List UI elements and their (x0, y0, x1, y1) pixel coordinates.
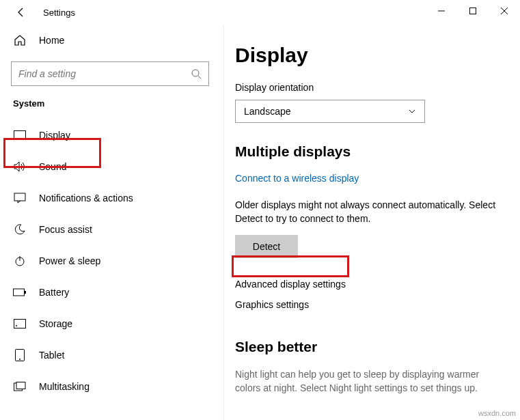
sidebar-item-label: Storage (39, 318, 72, 329)
svg-rect-1 (470, 8, 476, 14)
sidebar-item-label: Display (39, 130, 70, 141)
orientation-value: Landscape (244, 106, 291, 117)
svg-rect-6 (14, 193, 25, 201)
sidebar-item-label: Power & sleep (39, 255, 100, 266)
sound-icon (13, 160, 27, 173)
tablet-icon (13, 348, 27, 362)
sidebar-item-battery[interactable]: Battery (0, 277, 223, 308)
connect-wireless-link[interactable]: Connect to a wireless display (235, 173, 359, 184)
svg-point-12 (16, 325, 17, 326)
watermark: wsxdn.com (478, 409, 516, 417)
multitasking-icon (13, 380, 27, 393)
multiple-displays-heading: Multiple displays (235, 143, 500, 160)
svg-point-14 (19, 359, 20, 360)
svg-rect-11 (14, 320, 26, 328)
svg-rect-16 (16, 382, 25, 389)
home-nav[interactable]: Home (0, 25, 223, 56)
sidebar-item-multitasking[interactable]: Multitasking (0, 371, 223, 402)
sidebar-item-power-sleep[interactable]: Power & sleep (0, 245, 223, 277)
sidebar: Home System Display Sound (0, 25, 224, 420)
older-displays-text: Older displays might not always connect … (235, 199, 500, 225)
svg-rect-9 (14, 289, 25, 296)
storage-icon (13, 317, 27, 331)
notifications-icon (13, 191, 27, 205)
home-icon (13, 33, 27, 47)
sidebar-item-display[interactable]: Display (0, 120, 223, 151)
sidebar-item-label: Focus assist (39, 224, 92, 235)
power-icon (13, 254, 27, 268)
sidebar-item-label: Notifications & actions (39, 193, 133, 204)
maximize-button[interactable] (457, 0, 489, 22)
svg-rect-10 (25, 291, 26, 294)
sleep-better-text: Night light can help you get to sleep by… (235, 367, 500, 395)
sidebar-item-notifications[interactable]: Notifications & actions (0, 182, 223, 214)
sidebar-item-tablet[interactable]: Tablet (0, 339, 223, 371)
detect-button[interactable]: Detect (235, 235, 298, 258)
page-title: Display (235, 44, 500, 67)
search-input[interactable] (18, 68, 191, 79)
svg-point-2 (192, 70, 199, 76)
content-pane: Display Display orientation Landscape Mu… (224, 25, 520, 420)
minimize-button[interactable] (426, 0, 457, 22)
search-icon (191, 68, 202, 79)
home-label: Home (39, 35, 64, 46)
back-button[interactable] (13, 4, 29, 20)
orientation-label: Display orientation (235, 82, 500, 93)
sidebar-item-label: Sound (39, 161, 66, 172)
battery-icon (13, 285, 27, 299)
advanced-display-settings-link[interactable]: Advanced display settings (235, 279, 500, 290)
display-icon (13, 128, 27, 142)
sidebar-item-label: Battery (39, 287, 69, 298)
graphics-settings-link[interactable]: Graphics settings (235, 299, 500, 310)
sidebar-item-sound[interactable]: Sound (0, 151, 223, 182)
moon-icon (13, 223, 27, 236)
chevron-down-icon (408, 107, 416, 115)
window-title: Settings (43, 8, 75, 18)
svg-rect-4 (14, 131, 26, 139)
svg-line-3 (198, 76, 201, 79)
sidebar-item-focus-assist[interactable]: Focus assist (0, 214, 223, 245)
category-title: System (0, 98, 223, 109)
sidebar-item-label: Tablet (39, 350, 64, 361)
sleep-better-heading: Sleep better (235, 339, 500, 355)
orientation-dropdown[interactable]: Landscape (235, 100, 425, 123)
sidebar-item-label: Multitasking (39, 381, 90, 392)
sidebar-item-storage[interactable]: Storage (0, 308, 223, 339)
close-button[interactable] (489, 0, 520, 22)
search-box[interactable] (11, 61, 209, 86)
